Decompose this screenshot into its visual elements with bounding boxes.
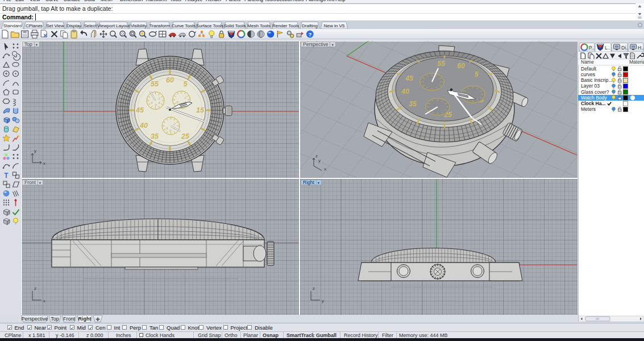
svg-text:New in V5: New in V5 <box>324 23 345 28</box>
svg-text:Front: Front <box>63 316 76 322</box>
svg-text:Render Tools: Render Tools <box>272 23 299 28</box>
svg-text:Top: Top <box>51 316 59 322</box>
svg-text:?: ? <box>308 31 311 38</box>
svg-text:Viewport Layout: Viewport Layout <box>97 23 130 28</box>
svg-text:Drafting: Drafting <box>302 23 318 28</box>
svg-text:Solid Tools: Solid Tools <box>224 23 246 28</box>
svg-text:Visibility: Visibility <box>131 23 147 28</box>
svg-text:Display: Display <box>67 23 81 28</box>
svg-text:Right: Right <box>78 316 92 322</box>
svg-text:Perspective: Perspective <box>21 316 48 322</box>
svg-text:Set View: Set View <box>46 23 64 28</box>
svg-text:✚: ✚ <box>95 317 100 322</box>
svg-text:Standard: Standard <box>3 23 22 28</box>
svg-text:Select: Select <box>84 23 97 28</box>
svg-text:Curve Tools: Curve Tools <box>172 23 196 28</box>
svg-text:Transform: Transform <box>149 23 170 28</box>
svg-text:Surface Tools: Surface Tools <box>196 23 223 28</box>
svg-text:CPlanes: CPlanes <box>26 23 43 28</box>
svg-text:T: T <box>4 172 9 180</box>
svg-text:Mesh Tools: Mesh Tools <box>247 23 270 28</box>
